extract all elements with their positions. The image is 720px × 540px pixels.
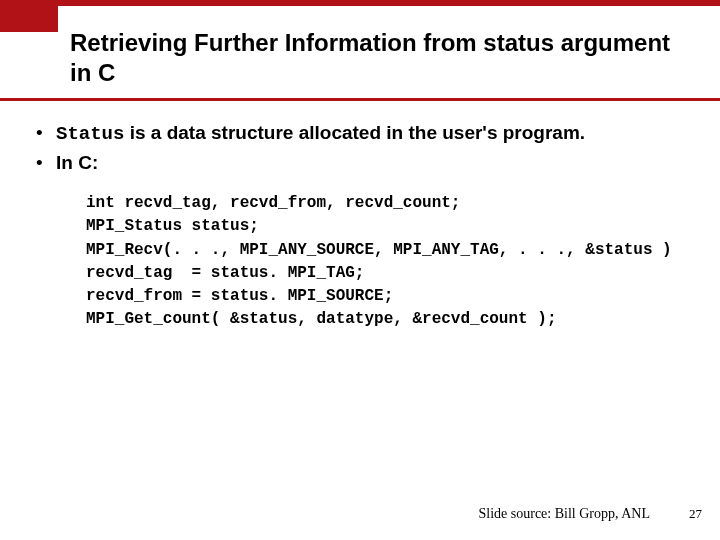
code-line: MPI_Recv(. . ., MPI_ANY_SOURCE, MPI_ANY_… [86,241,672,259]
bullet-text: is a data structure allocated in the use… [124,122,585,143]
page-number: 27 [689,506,702,522]
code-block: int recvd_tag, recvd_from, recvd_count; … [86,192,700,331]
bullet-text: In C: [56,152,98,173]
code-line: recvd_from = status. MPI_SOURCE; [86,287,393,305]
title-area: Retrieving Further Information from stat… [70,28,690,88]
bullet-item: Status is a data structure allocated in … [30,120,700,148]
title-underline [0,98,720,101]
bullet-list: Status is a data structure allocated in … [30,120,700,176]
corner-accent [0,0,58,32]
footer-source: Slide source: Bill Gropp, ANL [479,506,651,522]
code-line: MPI_Status status; [86,217,259,235]
content-area: Status is a data structure allocated in … [30,120,700,331]
slide-title: Retrieving Further Information from stat… [70,28,690,88]
code-line: MPI_Get_count( &status, datatype, &recvd… [86,310,556,328]
bullet-item: In C: [30,150,700,177]
code-line: recvd_tag = status. MPI_TAG; [86,264,364,282]
top-accent-bar [58,0,720,6]
code-line: int recvd_tag, recvd_from, recvd_count; [86,194,460,212]
bullet-code-term: Status [56,123,124,145]
